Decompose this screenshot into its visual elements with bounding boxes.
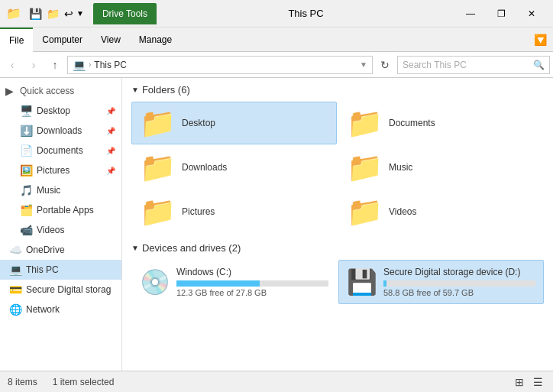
folders-grid: 📁 Desktop 📁 Documents 📁 Downloads 📁 Musi…: [131, 102, 544, 233]
sidebar-item-videos[interactable]: 📹 Videos: [0, 220, 121, 240]
desktop-icon: 🖥️: [20, 105, 32, 117]
sidebar-item-pictures[interactable]: 🖼️ Pictures 📌: [0, 160, 121, 180]
title-bar-left: 📁 💾 📁 ↩ ▼ Drive Tools: [6, 3, 157, 24]
save-icon[interactable]: 💾: [27, 6, 44, 21]
up-button[interactable]: ↑: [46, 56, 64, 74]
folder-videos-name: Videos: [389, 206, 416, 217]
sidebar-item-network[interactable]: 🌐 Network: [0, 300, 121, 319]
sidebar-this-pc-label: This PC: [26, 264, 59, 275]
sidebar: ▶ Quick access 🖥️ Desktop 📌 ⬇️ Downloads…: [0, 78, 122, 371]
sidebar-desktop-label: Desktop: [37, 105, 70, 116]
drive-d-info: Secure Digital storage device (D:) 58.8 …: [383, 267, 535, 297]
drive-d-name: Secure Digital storage device (D:): [383, 267, 535, 277]
details-view-button[interactable]: ☰: [530, 374, 545, 390]
folder-downloads-icon: 📁: [140, 153, 176, 182]
folder-downloads-name: Downloads: [182, 162, 227, 173]
path-current: This PC: [94, 60, 127, 70]
drive-item-d[interactable]: 💾 Secure Digital storage device (D:) 58.…: [338, 260, 544, 304]
sidebar-item-desktop[interactable]: 🖥️ Desktop 📌: [0, 101, 121, 121]
folder-item-music[interactable]: 📁 Music: [338, 146, 544, 189]
portable-apps-icon: 🗂️: [20, 204, 32, 216]
sidebar-secure-digital-label: Secure Digital storag: [26, 284, 111, 295]
minimize-button[interactable]: —: [455, 3, 486, 24]
toolbar-dropdown[interactable]: ▼: [76, 9, 84, 18]
sidebar-item-quick-access[interactable]: ▶ Quick access: [0, 81, 121, 101]
drive-c-name: Windows (C:): [176, 267, 328, 277]
forward-button[interactable]: ›: [24, 56, 43, 74]
search-icon[interactable]: 🔍: [533, 60, 545, 70]
sidebar-item-secure-digital[interactable]: 💳 Secure Digital storag: [0, 280, 121, 300]
sidebar-music-label: Music: [37, 185, 60, 196]
folder-videos-icon: 📁: [347, 197, 383, 226]
drive-item-c[interactable]: 💿 Windows (C:) 12.3 GB free of 27.8 GB: [131, 260, 337, 304]
item-count: 8 items: [8, 377, 37, 387]
folder-desktop-name: Desktop: [182, 118, 215, 128]
tab-manage[interactable]: Manage: [130, 28, 181, 52]
drives-collapse-arrow: ▼: [131, 244, 139, 252]
secure-digital-icon: 💳: [9, 283, 21, 296]
drive-c-icon: 💿: [140, 270, 170, 294]
tab-view[interactable]: View: [92, 28, 130, 52]
computer-icon: 💻: [73, 59, 86, 71]
folder-music-name: Music: [389, 162, 412, 173]
quick-access-arrow-icon: ▶: [3, 85, 15, 97]
pin-icon4: 📌: [106, 167, 115, 175]
drive-d-bar-fill: [383, 280, 386, 287]
undo-icon[interactable]: ↩: [63, 6, 75, 21]
close-button[interactable]: ✕: [516, 3, 547, 24]
sidebar-videos-label: Videos: [37, 225, 64, 235]
folder-documents-name: Documents: [389, 118, 435, 128]
pictures-icon: 🖼️: [20, 164, 32, 177]
folder-item-documents[interactable]: 📁 Documents: [338, 102, 544, 144]
ribbon: File Computer View Manage 🔽: [0, 28, 553, 52]
folder-item-desktop[interactable]: 📁 Desktop: [131, 102, 337, 144]
network-icon: 🌐: [9, 303, 21, 316]
sidebar-pictures-label: Pictures: [37, 165, 70, 176]
tab-computer[interactable]: Computer: [33, 28, 92, 52]
drive-tools-tab[interactable]: Drive Tools: [93, 3, 157, 24]
maximize-button[interactable]: ❐: [486, 3, 516, 24]
tab-file[interactable]: File: [0, 28, 33, 52]
sidebar-network-label: Network: [26, 304, 60, 315]
folder-item-downloads[interactable]: 📁 Downloads: [131, 146, 337, 189]
back-button[interactable]: ‹: [3, 56, 21, 74]
folder-item-pictures[interactable]: 📁 Pictures: [131, 190, 337, 233]
drive-d-icon: 💾: [347, 270, 377, 294]
sidebar-documents-label: Documents: [37, 145, 83, 156]
status-bar: 8 items 1 item selected ⊞ ☰: [0, 371, 553, 392]
folder-music-icon: 📁: [347, 153, 383, 182]
help-icon[interactable]: 🔽: [528, 29, 553, 50]
path-dropdown[interactable]: ▼: [360, 60, 367, 69]
search-box[interactable]: Search This PC 🔍: [397, 56, 550, 74]
sidebar-item-portable-apps[interactable]: 🗂️ Portable Apps: [0, 200, 121, 220]
sidebar-item-music[interactable]: 🎵 Music: [0, 180, 121, 200]
drives-section-title[interactable]: ▼ Devices and drives (2): [131, 242, 544, 254]
downloads-icon: ⬇️: [20, 125, 32, 137]
window-controls: — ❐ ✕: [455, 3, 547, 24]
quick-access-label: Quick access: [20, 86, 74, 96]
refresh-button[interactable]: ↻: [376, 56, 394, 74]
folders-section-title[interactable]: ▼ Folders (6): [131, 84, 544, 96]
folders-section-label: Folders (6): [142, 84, 190, 96]
drives-section-label: Devices and drives (2): [142, 242, 241, 254]
content-area: ▼ Folders (6) 📁 Desktop 📁 Documents 📁 Do…: [122, 78, 553, 371]
folder-desktop-icon: 📁: [140, 109, 176, 138]
sidebar-item-onedrive[interactable]: ☁️ OneDrive: [0, 240, 121, 260]
search-placeholder: Search This PC: [403, 60, 530, 70]
window-title: This PC: [157, 8, 455, 19]
large-icons-view-button[interactable]: ⊞: [512, 374, 527, 390]
sidebar-portable-apps-label: Portable Apps: [37, 205, 94, 215]
address-path[interactable]: 💻 › This PC ▼: [67, 56, 373, 74]
title-bar: 📁 💾 📁 ↩ ▼ Drive Tools This PC — ❐ ✕: [0, 0, 553, 28]
drive-c-bar-fill: [176, 280, 260, 287]
path-separator: ›: [89, 60, 91, 69]
sidebar-item-this-pc[interactable]: 💻 This PC: [0, 260, 121, 280]
sidebar-item-downloads[interactable]: ⬇️ Downloads 📌: [0, 121, 121, 141]
folder-item-videos[interactable]: 📁 Videos: [338, 190, 544, 233]
sidebar-item-documents[interactable]: 📄 Documents 📌: [0, 141, 121, 160]
documents-icon: 📄: [20, 144, 32, 157]
pin-icon: 📌: [106, 107, 115, 115]
quick-access-toolbar: 💾 📁 ↩ ▼: [27, 6, 84, 21]
new-folder-icon[interactable]: 📁: [45, 6, 61, 21]
this-pc-icon: 💻: [9, 264, 21, 276]
